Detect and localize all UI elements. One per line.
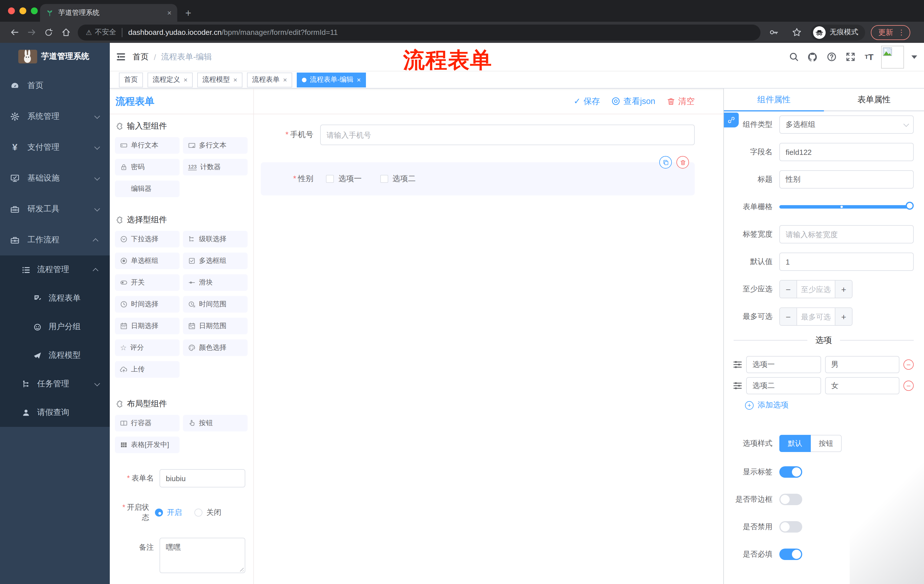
minus-button[interactable]: − [780,308,797,325]
palette-item-date-picker[interactable]: 日期选择 [115,318,180,334]
sidebar-item-user-group[interactable]: 用户分组 [0,313,110,341]
close-icon[interactable]: × [183,76,188,84]
breadcrumb-home[interactable]: 首页 [133,52,148,62]
canvas-field-gender-selected[interactable]: 性别 选项一 选项二 [261,162,695,196]
disabled-toggle[interactable] [779,521,802,533]
search-icon[interactable] [787,50,800,64]
reload-icon[interactable] [40,24,57,40]
new-tab-button[interactable]: + [185,7,191,20]
sidebar-item-task-mgmt[interactable]: 任务管理 [0,370,110,398]
palette-item-date-range[interactable]: 日期范围 [183,318,248,334]
forward-icon[interactable] [23,24,40,40]
show-label-toggle[interactable] [779,466,802,478]
label-width-input[interactable] [779,225,914,243]
remove-option-icon[interactable]: − [903,380,914,391]
form-remark-textarea[interactable]: 嘿嘿 [160,538,245,573]
sidebar-toggle-icon[interactable] [110,43,132,71]
palette-item-counter[interactable]: 123计数器 [183,159,248,175]
maximize-window-button[interactable] [31,7,38,14]
component-type-select[interactable]: 多选框组 [779,115,914,134]
link-badge[interactable] [724,113,739,127]
drag-handle-icon[interactable] [733,381,742,390]
tab-form-props[interactable]: 表单属性 [824,89,924,110]
window-controls[interactable] [8,7,38,14]
tag-home[interactable]: 首页 [119,72,143,87]
phone-input[interactable] [320,125,695,145]
tag-process-model[interactable]: 流程模型× [197,72,243,87]
close-icon[interactable]: × [357,76,361,84]
option-value-input[interactable] [825,377,899,394]
app-logo[interactable]: 芋道管理系统 [0,43,110,70]
font-size-icon[interactable]: TT [862,50,876,64]
home-icon[interactable] [57,24,74,40]
sidebar-item-process-mgmt[interactable]: 流程管理 [0,255,110,284]
palette-item-cascader[interactable]: 级联选择 [183,231,248,247]
border-toggle[interactable] [779,494,802,505]
sidebar-item-workflow[interactable]: 工作流程 [0,225,110,255]
close-icon[interactable]: × [233,76,237,84]
max-select-input[interactable] [797,308,835,325]
slider-thumb[interactable] [906,202,914,210]
palette-item-single-text[interactable]: 单行文本 [115,137,180,154]
minimize-window-button[interactable] [20,7,26,14]
avatar-caret-icon[interactable] [911,55,917,59]
palette-item-time-range[interactable]: 时间范围 [183,296,248,313]
help-icon[interactable] [825,50,838,64]
delete-component-button[interactable] [676,156,689,169]
palette-item-color-picker[interactable]: 颜色选择 [183,339,248,356]
tag-process-definition[interactable]: 流程定义× [147,72,193,87]
min-select-stepper[interactable]: −+ [779,280,853,298]
form-canvas[interactable]: 手机号 性别 选项一 选项二 [254,114,723,584]
browser-menu-icon[interactable]: ⋮ [898,28,905,36]
palette-item-multi-text[interactable]: 多行文本 [183,137,248,154]
back-icon[interactable] [6,24,23,40]
update-browser-button[interactable]: 更新 ⋮ [871,25,910,40]
gender-checkbox-2[interactable]: 选项二 [380,174,416,184]
fullscreen-icon[interactable] [843,50,857,64]
palette-item-slider[interactable]: 滑块 [183,274,248,291]
sidebar-item-home[interactable]: 首页 [0,70,110,101]
save-button[interactable]: ✓保存 [574,96,600,107]
plus-button[interactable]: + [835,308,852,325]
palette-item-password[interactable]: 密码 [115,159,180,175]
tag-process-form-edit[interactable]: 流程表单-编辑× [297,72,366,87]
min-select-input[interactable] [797,281,835,298]
status-radio-on[interactable]: 开启 [155,507,182,518]
tag-process-form[interactable]: 流程表单× [247,72,292,87]
palette-item-row-container[interactable]: 行容器 [115,415,180,431]
close-tab-icon[interactable]: × [167,8,172,17]
max-select-stepper[interactable]: −+ [779,308,853,326]
palette-item-upload[interactable]: 上传 [115,361,180,378]
sidebar-item-payment[interactable]: ¥ 支付管理 [0,132,110,163]
add-option-button[interactable]: +添加选项 [745,400,924,410]
view-json-button[interactable]: 查看json [612,96,655,107]
sidebar-item-process-model[interactable]: 流程模型 [0,341,110,370]
browser-tab[interactable]: 芋道管理系统 × [40,4,177,22]
copy-component-button[interactable] [659,156,672,169]
sidebar-item-infra[interactable]: 基础设施 [0,163,110,194]
palette-item-button[interactable]: 按钮 [183,415,248,431]
close-window-button[interactable] [8,7,15,14]
option-value-input[interactable] [825,356,899,373]
palette-item-radio-group[interactable]: 单选框组 [115,253,180,269]
minus-button[interactable]: − [780,281,797,298]
sidebar-item-system[interactable]: 系统管理 [0,101,110,132]
status-radio-off[interactable]: 关闭 [195,507,221,518]
drag-handle-icon[interactable] [733,360,742,369]
tab-component-props[interactable]: 组件属性 [724,89,824,110]
title-input[interactable] [779,170,914,189]
sidebar-item-devtools[interactable]: 研发工具 [0,194,110,225]
gender-checkbox-1[interactable]: 选项一 [326,174,361,184]
form-grid-slider[interactable] [779,205,909,209]
palette-item-switch[interactable]: 开关 [115,274,180,291]
field-name-input[interactable] [779,143,914,161]
form-name-input[interactable] [160,469,245,487]
palette-item-checkbox-group[interactable]: 多选框组 [183,253,248,269]
required-toggle[interactable] [779,549,802,560]
palette-item-time-picker[interactable]: 时间选择 [115,296,180,313]
canvas-field-phone[interactable]: 手机号 [261,125,695,145]
palette-item-select[interactable]: 下拉选择 [115,231,180,247]
github-icon[interactable] [806,50,819,64]
style-button-button[interactable]: 按钮 [811,435,842,452]
default-value-input[interactable] [779,253,914,271]
